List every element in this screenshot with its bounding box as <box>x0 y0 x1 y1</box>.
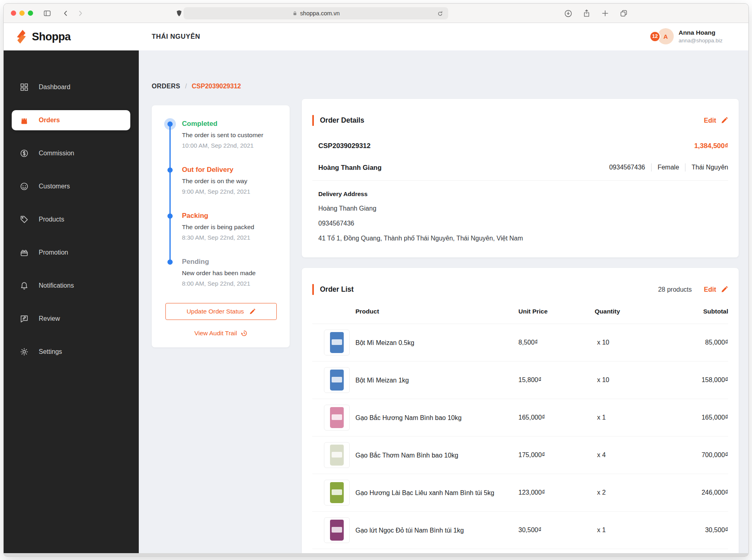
update-order-status-button[interactable]: Update Order Status <box>165 303 277 320</box>
quantity: x 4 <box>597 451 606 459</box>
subtotal: 165,000₫ <box>702 414 728 421</box>
table-row[interactable]: Gạo Hương Lài Bạc Liêu xanh Nam Bình túi… <box>312 474 728 512</box>
product-count: 28 products <box>658 286 692 293</box>
window-bottom-edge <box>4 553 748 556</box>
sidebar-item-commission[interactable]: Commission <box>4 137 139 170</box>
sidebar-item-review[interactable]: Review <box>4 302 139 335</box>
sidebar-item-dashboard[interactable]: Dashboard <box>4 71 139 104</box>
customer-phone: 0934567436 <box>609 164 645 171</box>
sidebar-toggle-icon[interactable] <box>43 9 52 18</box>
timeline-connector-line <box>169 124 171 262</box>
user-cluster[interactable]: 12 A Anna Hoang anna@shoppa.biz <box>650 28 723 44</box>
product-name: Gạo Bắc Thơm Nam Bình bao 10kg <box>355 450 458 460</box>
pencil-icon <box>721 286 728 293</box>
timeline-dot <box>167 167 173 173</box>
product-image <box>324 367 350 393</box>
column-quantity: Quantity <box>595 308 620 315</box>
step-time: 8:00 AM, Sep 22nd, 2021 <box>182 280 276 288</box>
order-details-title: Order Details <box>320 116 364 125</box>
step-time: 10:00 AM, Sep 22nd, 2021 <box>182 142 276 150</box>
user-name: Anna Hoang <box>679 29 723 36</box>
orders-icon <box>20 116 29 125</box>
timeline-dot <box>167 121 173 127</box>
pencil-icon <box>721 117 728 124</box>
sidebar-item-promotion[interactable]: Promotion <box>4 236 139 269</box>
table-row[interactable]: Bột Mì Meizan 0.5kg 8,500₫ x 10 85,000₫ <box>312 324 728 361</box>
product-name: Gạo lứt Ngọc Đỏ túi Nam Bình túi 1kg <box>355 525 464 535</box>
product-name: Gạo Bắc Hương Nam Bình bao 10kg <box>355 413 462 423</box>
table-row[interactable]: Gạo Bắc Hương Nam Bình bao 10kg 165,000₫… <box>312 399 728 437</box>
table-header: Product Unit Price Quantity Subtotal <box>312 301 728 324</box>
step-time: 9:00 AM, Sep 22nd, 2021 <box>182 188 276 196</box>
step-title: Packing <box>182 211 276 221</box>
product-name: Bột Mì Meizan 1kg <box>355 375 409 385</box>
tab-overview-icon[interactable] <box>619 9 628 18</box>
order-id: CSP2039029312 <box>318 142 371 150</box>
product-image <box>324 480 350 506</box>
meta-divider <box>685 163 685 171</box>
subtotal: 246,000₫ <box>702 489 728 496</box>
delivery-name: Hoàng Thanh Giang <box>312 205 728 212</box>
commission-icon <box>20 149 29 158</box>
edit-order-details-button[interactable]: Edit <box>704 117 728 124</box>
sidebar-nav: Dashboard Orders Commission Customers Pr… <box>4 50 139 553</box>
view-audit-trail-link[interactable]: View Audit Trail <box>165 330 277 337</box>
delivery-address: 41 Tổ 1, Đồng Quang, Thành phố Thái Nguy… <box>312 235 728 242</box>
app-header: Shoppa THÁI NGUYÊN 12 A Anna Hoang anna@… <box>4 23 748 50</box>
close-window-button[interactable] <box>11 10 16 16</box>
timeline-dot <box>167 259 173 265</box>
minimize-window-button[interactable] <box>19 10 25 16</box>
notifications-icon <box>20 281 29 290</box>
new-tab-icon[interactable] <box>601 9 610 18</box>
timeline-step: Packing The order is being packed 8:30 A… <box>182 211 276 242</box>
traffic-lights[interactable] <box>11 10 33 16</box>
delivery-phone: 0934567436 <box>312 220 728 227</box>
order-list-card: Order List 28 products Edit Product Unit… <box>302 268 739 553</box>
sidebar-item-orders[interactable]: Orders <box>12 110 130 130</box>
product-image <box>324 405 350 430</box>
step-description: The order is being packed <box>182 223 276 231</box>
customer-name: Hoàng Thanh Giang <box>318 164 382 171</box>
clock-history-icon <box>240 330 248 337</box>
quantity: x 10 <box>597 339 609 346</box>
table-row[interactable]: Bột Mì Meizan 1kg 15,800₫ x 10 158,000₫ <box>312 361 728 399</box>
customer-gender: Female <box>658 164 679 171</box>
shield-icon[interactable] <box>175 9 184 18</box>
table-row[interactable]: Gạo Bắc Thơm Nam Bình bao 10kg 175,000₫ … <box>312 437 728 474</box>
forward-icon[interactable] <box>76 9 85 18</box>
zoom-window-button[interactable] <box>28 10 33 16</box>
step-time: 8:30 AM, Sep 22nd, 2021 <box>182 234 276 242</box>
quantity: x 1 <box>597 414 606 421</box>
unit-price: 8,500₫ <box>518 339 538 346</box>
column-subtotal: Subtotal <box>703 308 728 315</box>
unit-price: 123,000₫ <box>518 489 545 496</box>
share-icon[interactable] <box>582 9 591 18</box>
sidebar-item-customers[interactable]: Customers <box>4 170 139 203</box>
refresh-icon[interactable] <box>436 9 445 18</box>
promotion-icon <box>20 248 29 257</box>
order-total: 1,384,500₫ <box>694 142 728 150</box>
store-location-label: THÁI NGUYÊN <box>152 33 200 40</box>
sidebar-item-notifications[interactable]: Notifications <box>4 269 139 302</box>
back-icon[interactable] <box>61 9 70 18</box>
timeline-step: Pending New order has been made 8:00 AM,… <box>182 257 276 288</box>
subtotal: 85,000₫ <box>705 339 728 346</box>
accent-bar <box>312 284 314 295</box>
sidebar-item-settings[interactable]: Settings <box>4 335 139 368</box>
breadcrumb-current-order: CSP2039029312 <box>192 83 241 90</box>
subtotal: 30,500₫ <box>705 527 728 534</box>
downloads-icon[interactable] <box>564 9 572 18</box>
url-bar[interactable]: shoppa.com.vn <box>184 7 448 19</box>
product-image <box>324 517 350 543</box>
products-icon <box>20 215 29 224</box>
notification-count-badge[interactable]: 12 <box>650 31 660 42</box>
unit-price: 165,000₫ <box>518 414 545 421</box>
shoppa-logo[interactable]: Shoppa <box>14 29 71 45</box>
edit-order-list-button[interactable]: Edit <box>704 286 728 293</box>
shoppa-logo-icon <box>14 29 29 45</box>
browser-toolbar: shoppa.com.vn <box>4 4 748 23</box>
sidebar-item-products[interactable]: Products <box>4 203 139 236</box>
lock-icon <box>292 10 298 16</box>
table-row[interactable]: Gạo lứt Ngọc Đỏ túi Nam Bình túi 1kg 30,… <box>312 512 728 549</box>
breadcrumb-orders-link[interactable]: ORDERS <box>152 83 180 90</box>
